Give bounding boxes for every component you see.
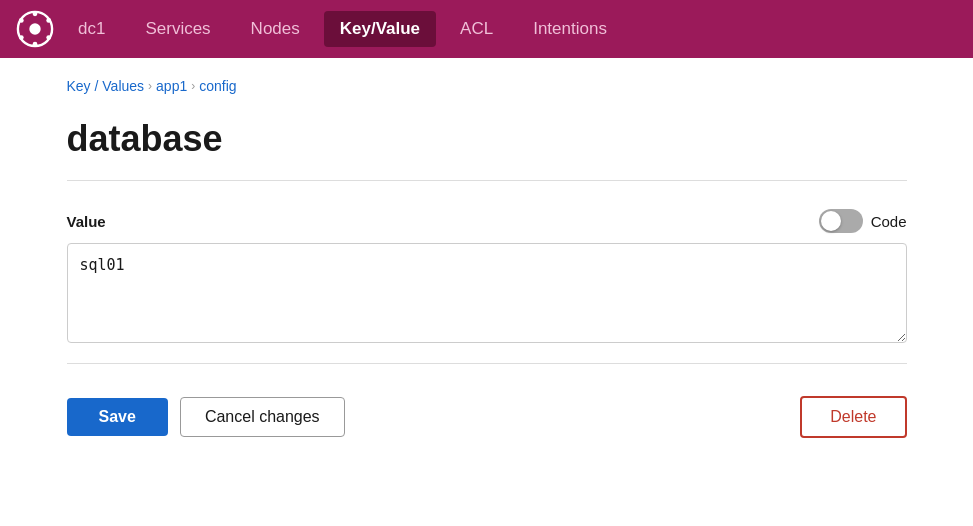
code-toggle-switch[interactable] bbox=[819, 209, 863, 233]
consul-logo-icon bbox=[16, 10, 54, 48]
breadcrumb-app1[interactable]: app1 bbox=[156, 78, 187, 94]
svg-point-5 bbox=[33, 42, 38, 47]
svg-point-1 bbox=[29, 23, 40, 34]
breadcrumb-sep-2: › bbox=[191, 79, 195, 93]
actions-divider bbox=[67, 363, 907, 364]
value-form: Value Code bbox=[67, 209, 907, 347]
value-textarea[interactable] bbox=[67, 243, 907, 343]
cancel-button[interactable]: Cancel changes bbox=[180, 397, 345, 437]
nav-datacenter[interactable]: dc1 bbox=[62, 11, 121, 47]
page-title: database bbox=[67, 118, 907, 160]
title-divider bbox=[67, 180, 907, 181]
nav-services[interactable]: Services bbox=[129, 11, 226, 47]
value-label: Value bbox=[67, 213, 106, 230]
breadcrumb: Key / Values › app1 › config bbox=[67, 78, 907, 94]
svg-point-7 bbox=[19, 18, 24, 23]
code-label: Code bbox=[871, 213, 907, 230]
code-toggle-group: Code bbox=[819, 209, 907, 233]
nav-intentions[interactable]: Intentions bbox=[517, 11, 623, 47]
breadcrumb-sep-1: › bbox=[148, 79, 152, 93]
main-content: Key / Values › app1 › config database Va… bbox=[27, 58, 947, 478]
nav-nodes[interactable]: Nodes bbox=[235, 11, 316, 47]
svg-point-6 bbox=[19, 35, 24, 40]
delete-button[interactable]: Delete bbox=[800, 396, 906, 438]
svg-point-3 bbox=[46, 18, 51, 23]
toggle-thumb bbox=[821, 211, 841, 231]
nav-keyvalue[interactable]: Key/Value bbox=[324, 11, 436, 47]
action-buttons: Save Cancel changes Delete bbox=[67, 396, 907, 438]
nav-acl[interactable]: ACL bbox=[444, 11, 509, 47]
top-nav: dc1 Services Nodes Key/Value ACL Intenti… bbox=[0, 0, 973, 58]
form-label-row: Value Code bbox=[67, 209, 907, 233]
save-button[interactable]: Save bbox=[67, 398, 168, 436]
breadcrumb-keyvalues[interactable]: Key / Values bbox=[67, 78, 145, 94]
svg-point-4 bbox=[46, 35, 51, 40]
breadcrumb-config[interactable]: config bbox=[199, 78, 236, 94]
svg-point-2 bbox=[33, 11, 38, 16]
